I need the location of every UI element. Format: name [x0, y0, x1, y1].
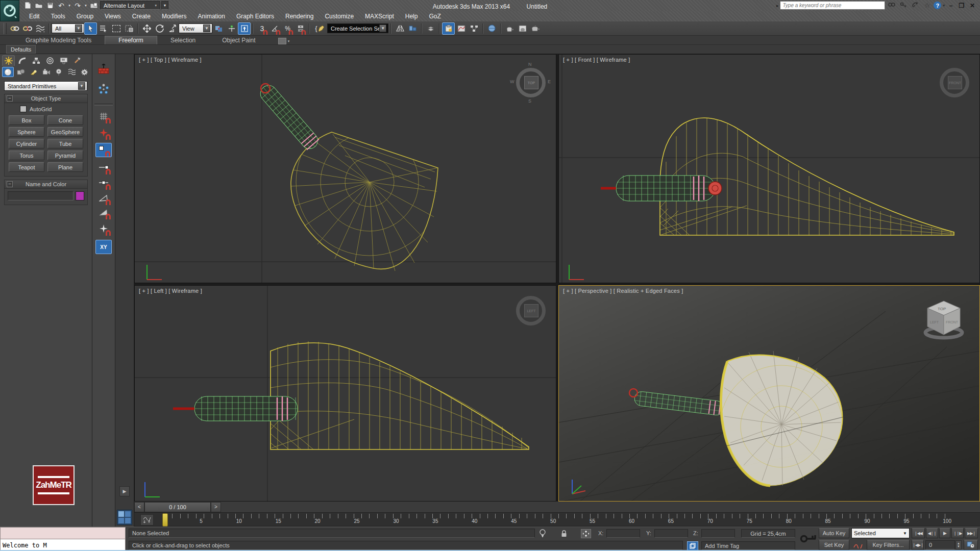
search-input[interactable]	[780, 1, 885, 10]
viewport-top-label[interactable]: [ + ] [ Top ] [ Wireframe ]	[139, 57, 202, 63]
viewcube-face-label[interactable]: FRONT	[948, 76, 962, 89]
close-button[interactable]: ✕	[968, 2, 977, 9]
autogrid-bricks-icon[interactable]	[95, 62, 112, 76]
ribbon-state-dropdown-icon[interactable]: ▾	[288, 39, 290, 43]
time-tag-icon[interactable]	[687, 541, 698, 550]
viewport-perspective-label[interactable]: [ + ] [ Perspective ] [ Realistic + Edge…	[563, 288, 683, 294]
redo-icon[interactable]: ↷	[72, 1, 83, 10]
tab-object-paint[interactable]: Object Paint	[209, 36, 268, 44]
menu-item[interactable]: Animation	[192, 12, 231, 21]
primitive-button[interactable]: Cone	[47, 115, 83, 125]
new-file-icon[interactable]	[22, 1, 33, 10]
go-to-start-button[interactable]: ❘◀◀	[912, 528, 925, 538]
snap-frozen-icon[interactable]	[95, 221, 112, 236]
snap-vertex-icon[interactable]	[95, 143, 112, 157]
menu-item[interactable]: Edit	[23, 12, 45, 21]
toolbar-grip[interactable]	[4, 23, 7, 34]
viewcube-face-label[interactable]: LEFT	[524, 304, 538, 317]
previous-frame-button[interactable]: <	[134, 502, 144, 512]
open-file-icon[interactable]	[34, 1, 44, 10]
named-selection-sets-dropdown[interactable]: Create Selection Se ▼	[327, 23, 388, 33]
select-and-scale-icon[interactable]	[166, 22, 179, 35]
use-pivot-point-center-icon[interactable]	[212, 22, 225, 35]
rendered-frame-window-icon[interactable]	[516, 22, 529, 35]
set-key-button[interactable]: Set Key	[819, 540, 849, 550]
absolute-offset-mode-icon[interactable]	[581, 529, 591, 538]
help-icon[interactable]: ?	[934, 2, 941, 9]
track-bar[interactable]: 0510152025303540455055606570758085909510…	[134, 513, 980, 527]
time-slider-frame-marker[interactable]	[162, 513, 168, 527]
favorites-star-icon[interactable]: ☆	[922, 2, 932, 9]
curve-editor-icon[interactable]	[455, 22, 468, 35]
ribbon-state-icon[interactable]	[278, 38, 286, 44]
viewcube-left[interactable]: LEFT	[516, 296, 546, 325]
viewcube-face-label[interactable]: TOP	[524, 76, 538, 89]
viewport-top[interactable]: [ + ] [ Top ] [ Wireframe ] TOP N E S W	[134, 54, 556, 283]
viewcube-front[interactable]: FRONT	[940, 68, 969, 97]
application-menu-button[interactable]	[0, 0, 19, 21]
key-mode-dropdown[interactable]: Selected ▼	[851, 528, 910, 538]
menu-item[interactable]: Rendering	[280, 12, 319, 21]
primitive-button[interactable]: Plane	[47, 162, 83, 172]
add-time-tag-field[interactable]: Add Time Tag	[701, 541, 795, 550]
cameras-category-button[interactable]	[40, 67, 52, 77]
time-slider-handle[interactable]: 0 / 100	[144, 502, 211, 512]
menu-item[interactable]: Create	[127, 12, 156, 21]
layout-extra-dropdown-icon[interactable]: ▼	[161, 1, 168, 10]
frame-spinner[interactable]: ▲▼	[955, 540, 962, 549]
motion-panel-tab[interactable]	[43, 55, 56, 66]
shapes-category-button[interactable]	[15, 67, 27, 77]
go-to-end-button[interactable]: ▶▶❘	[965, 528, 978, 538]
layer-manager-icon[interactable]	[424, 22, 437, 35]
viewport-front[interactable]: [ + ] [ Front ] [ Wireframe ] FRONT	[558, 54, 980, 283]
primitive-button[interactable]: Sphere	[9, 127, 44, 137]
object-color-swatch[interactable]	[76, 191, 84, 201]
primitive-button[interactable]: Cylinder	[9, 139, 44, 148]
viewport-perspective[interactable]: TOP LEFT FRONT [ + ] [ Perspective ] [ R…	[558, 285, 980, 502]
select-by-name-icon[interactable]	[97, 22, 110, 35]
hierarchy-panel-tab[interactable]	[30, 55, 42, 66]
viewport-left[interactable]: [ + ] [ Left ] [ Wireframe ] LEFT	[134, 285, 556, 502]
bind-to-space-warp-icon[interactable]	[34, 22, 46, 35]
play-button[interactable]: ▶	[939, 528, 950, 538]
select-object-button[interactable]	[84, 22, 97, 35]
layout-flyout-button[interactable]: ▶	[119, 486, 130, 496]
workspace-layout-dropdown[interactable]: Alternate Layout ▾ ▼	[100, 1, 168, 10]
undo-dropdown-icon[interactable]: ▾	[67, 1, 71, 10]
snap-face-filled-icon[interactable]	[95, 205, 112, 219]
schematic-view-icon[interactable]	[468, 22, 480, 35]
select-and-manipulate-icon[interactable]	[225, 22, 238, 35]
xy-constraint-icon[interactable]: XY	[95, 240, 112, 254]
align-icon[interactable]	[406, 22, 419, 35]
time-configuration-icon[interactable]	[964, 540, 978, 550]
key-mode-toggle-button[interactable]: ❘◀▶❘	[912, 540, 924, 550]
next-frame-button[interactable]: >	[211, 502, 221, 512]
object-type-rollout-header[interactable]: – Object Type	[5, 94, 87, 103]
maxscript-listener-pink-line[interactable]	[0, 527, 126, 539]
primitive-button[interactable]: Tube	[47, 139, 83, 148]
project-folder-icon[interactable]	[89, 1, 99, 10]
next-frame-playback-button[interactable]: ❘❘▶	[951, 528, 964, 538]
edit-named-selection-sets-icon[interactable]: {	[312, 22, 327, 35]
minimize-button[interactable]: –	[946, 2, 955, 9]
geometry-category-button[interactable]	[2, 67, 14, 77]
search-icon[interactable]	[887, 2, 897, 10]
spinner-snap-toggle-icon[interactable]	[294, 22, 307, 35]
menu-item[interactable]: Group	[71, 12, 99, 21]
select-and-move-icon[interactable]	[140, 22, 153, 35]
primitive-button[interactable]: Torus	[9, 151, 44, 160]
lights-category-button[interactable]	[28, 67, 39, 77]
utilities-panel-tab[interactable]	[71, 55, 84, 66]
save-icon[interactable]	[45, 1, 55, 10]
snap-endpoint-icon[interactable]	[95, 160, 112, 174]
redo-dropdown-icon[interactable]: ▾	[84, 1, 88, 10]
menu-item[interactable]: Help	[400, 12, 424, 21]
menu-item[interactable]: GoZ	[423, 12, 446, 21]
maxscript-listener-white-line[interactable]: Welcome to M	[0, 539, 126, 551]
render-setup-icon[interactable]	[503, 22, 516, 35]
name-color-rollout-header[interactable]: – Name and Color	[5, 180, 87, 189]
menu-item[interactable]: Views	[99, 12, 127, 21]
rectangular-selection-region-icon[interactable]	[110, 22, 122, 35]
infocenter-collapse-icon[interactable]: ▸	[776, 3, 779, 8]
primitive-category-dropdown[interactable]: Standard Primitives ▼	[4, 81, 87, 91]
